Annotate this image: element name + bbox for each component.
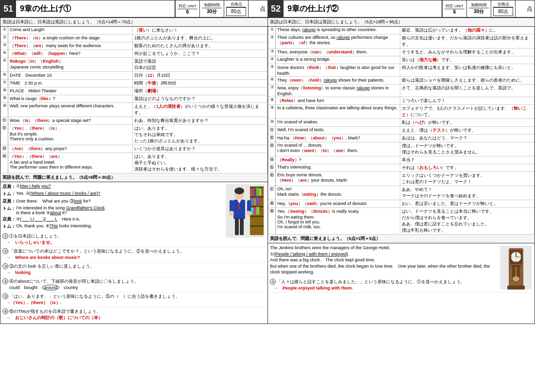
speaker-5: 店員： <box>2 216 16 222</box>
row-num: ⑥ <box>1 72 8 80</box>
row-num: ① <box>268 27 276 34</box>
dialogue-1: ①May I help you? <box>16 184 224 190</box>
speaker-2: トム： <box>2 191 16 197</box>
en-cell: That's interesting. <box>276 164 400 172</box>
dialogue-4: I'm interested in the song Grandfather's… <box>16 205 224 215</box>
q-num-2: ② <box>2 248 8 254</box>
right-time-label: 制限時間 <box>469 2 489 8</box>
right-panel: 52 9章の仕上げ② 対応 UNIT 6 制限時間 30分 合格点 80点 点 <box>268 0 535 324</box>
ja-cell: 1枚のざぶとんがあります、舞台の上に。 <box>133 34 268 42</box>
right-score-cell: 合格点 80点 <box>491 0 515 17</box>
en-cell: DATE December 10 <box>8 72 133 80</box>
left-unit-label: 対応 UNIT <box>178 3 197 9</box>
en-cell: In a cafeteria, three classmates are tal… <box>276 105 400 119</box>
right-answer-1: → People enjoyed talking with them. <box>274 286 353 290</box>
ja-cell: はい、ドーナツを見ることは本当に怖いです。だから僕はそれらを食べています。ああ、… <box>400 208 535 235</box>
right-unit-cell: 対応 UNIT 6 <box>442 0 466 17</box>
row-num: ⑰ <box>268 186 276 200</box>
ja-cell: ああ、やめて！マークはそのドーナツを食べ始めます。 <box>400 186 535 200</box>
dialogue-row-6: トム： Oh, thank you. ⑥This looks interesti… <box>2 223 224 230</box>
table-row: ② Their cultures are different, so rakug… <box>268 34 535 49</box>
left-number: 51 <box>0 0 16 17</box>
table-row: ⑩ I'm scared of snakes. 私は（へび）が怖いです。 <box>268 119 535 127</box>
dialogue-5: ⑤( ).( )( ). Here it is. <box>16 216 224 222</box>
ja-cell: 彼らの文化は違います、だから落語の演技者は話の部分を変えます。 <box>400 34 535 49</box>
table-row: ⑫ （Yes）.（there）（is）.But it's simple.Ther… <box>1 125 268 145</box>
right-section2-label: 英語を読んで、問題に答えましょう。（5点×1問＝5点） <box>270 236 380 241</box>
ja-cell: 最近、落語は広がっています、（他の国々）に。 <box>400 27 535 34</box>
en-cell: These days, rakugo is spreading to other… <box>276 27 400 34</box>
table-row: ⑤ Rakugo（in）（English）Japanese comic stor… <box>1 58 268 72</box>
row-num: ⑦ <box>268 85 276 97</box>
right-header: 52 9章の仕上げ② 対応 UNIT 6 制限時間 30分 合格点 80点 点 <box>268 0 535 18</box>
right-section1-label: 英語は日本語に、日本語は英語にしましょう。（5点×19問＝95点） <box>270 19 403 24</box>
ja-cell: 英語で落語日本の話芸 <box>133 58 268 72</box>
right-questions: ①「人々は彼らと話すことを楽しみました。」という意味になるように、①を並べかえま… <box>268 277 535 294</box>
right-number: 52 <box>268 0 284 17</box>
left-questions: ①①を日本語にしましょう。 → いらっしゃいませ。 ②「音楽についての本はどこで… <box>0 231 268 324</box>
svg-rect-8 <box>254 189 256 196</box>
table-row: ③ （There）（are）many seats for the audienc… <box>1 42 268 50</box>
ja-cell: ええと、僕は（テスト）が怖いです。 <box>400 127 535 135</box>
row-num: ⑪ <box>1 117 8 125</box>
answer-3: → looking <box>6 270 31 275</box>
table-row: ⑨ What is raugo（like）? 落語はどのようなものですか？ <box>1 95 268 103</box>
svg-point-27 <box>247 211 251 216</box>
dialogue-6: Oh, thank you. ⑥This looks interesting. <box>16 223 224 230</box>
speaker-3: 店員： <box>2 198 16 205</box>
q-num-5: ⑤ <box>2 293 8 299</box>
en-cell: Come and Laugh! <box>8 27 133 34</box>
left-panel: 51 9章の仕上げ① 対応 UNIT 6 制限時間 30分 合格点 80点 点 <box>0 0 268 324</box>
q-num-6: ⑥ <box>2 308 8 314</box>
ja-cell: 本当？ <box>400 156 535 164</box>
answer-6: → おじいさんの時計の（歌）についての（本） <box>6 315 103 320</box>
ja-cell: はい、あります。扇子と手ぬぐい。演技者はそれらを使います、様々な方法で。 <box>133 153 268 173</box>
right-q-num-1: ① <box>270 279 276 285</box>
left-section2-header: 英語を読んで、問題に答えましょう。（5点×6問＝30点） <box>0 173 268 182</box>
ja-cell: 笑いは（強力な橋）です。 <box>400 56 535 64</box>
row-num: ③ <box>268 49 276 56</box>
left-section1-header: 英語は日本語に、日本語は英語にしましょう。（5点×14問＝70点） <box>0 18 268 27</box>
speaker-6: トム： <box>2 223 16 230</box>
row-num: ⑫ <box>1 125 8 145</box>
ja-cell: わあ、特別な舞台装置がありますか？ <box>133 117 268 125</box>
q-num-1: ① <box>2 233 8 239</box>
en-cell: （There）（is）a single cushion on the stage… <box>8 34 133 42</box>
svg-rect-16 <box>256 207 259 215</box>
speaker-1: 店員： <box>2 184 16 190</box>
left-time-value: 30分 <box>202 8 222 15</box>
left-time-cell: 制限時間 30分 <box>199 0 224 17</box>
row-num: ⑭ <box>1 153 8 173</box>
left-score-cell: 合格点 80点 <box>224 0 248 17</box>
en-cell: Then, everyone（can）（understand）them. <box>276 49 400 56</box>
ja-cell: 観客のためのたくさんの席があります。 <box>133 42 268 50</box>
left-score-label: 合格点 <box>226 1 246 7</box>
ja-cell: エリックはいくつかドーナツを買います。これは君のドーナツだよ、マーク！ <box>400 172 535 186</box>
svg-rect-13 <box>256 197 259 205</box>
en-cell: Hey,（you）（said）you're scared of donuts! <box>276 200 400 208</box>
ja-cell: くつろいで楽しんで！ <box>400 97 535 105</box>
en-cell: （Are）（there）any props? <box>8 145 133 153</box>
en-cell: （What）（will）（happen）here? <box>8 50 133 58</box>
row-num: ⑲ <box>268 208 276 235</box>
table-row: ⑭ （Yes）.（there）（are）.A fan and a hand to… <box>1 153 268 173</box>
ja-cell: 日付（12）月10日 <box>133 72 268 80</box>
ja-cell: 場所（劇場） <box>133 87 268 95</box>
table-row: ⑬ （Are）（there）any props? いくつか小道具はありますか？ <box>1 145 268 153</box>
left-section1-table: ① Come and Laugh! （笑い）に来なさい！ ② （There）（i… <box>0 27 268 173</box>
left-unit-cell: 対応 UNIT 6 <box>175 0 199 17</box>
q-row-2: ②「音楽についての本はどこですか？」という意味になるように、②を並べかえましょう… <box>2 247 266 262</box>
bookstore-image <box>226 184 265 238</box>
row-num: ③ <box>1 42 8 50</box>
svg-point-40 <box>513 276 519 281</box>
ja-cell: おい、君は言いました、君はドーナツが怖いと。 <box>400 200 535 208</box>
en-cell: Wow.（Is）（there）a special stage set? <box>8 117 133 125</box>
svg-rect-12 <box>254 198 256 205</box>
table-row: ⑥ DATE December 10 日付（12）月10日 <box>1 72 268 80</box>
en-cell: Some doctors（think）（that）laughter is als… <box>276 64 400 77</box>
right-unit-value: 6 <box>445 9 464 15</box>
row-num: ⑫ <box>268 135 276 142</box>
ja-cell: それは（おもしろい）です。 <box>400 164 535 172</box>
svg-rect-15 <box>254 208 256 215</box>
table-row: ⑮ That's interesting. それは（おもしろい）です。 <box>268 164 535 172</box>
